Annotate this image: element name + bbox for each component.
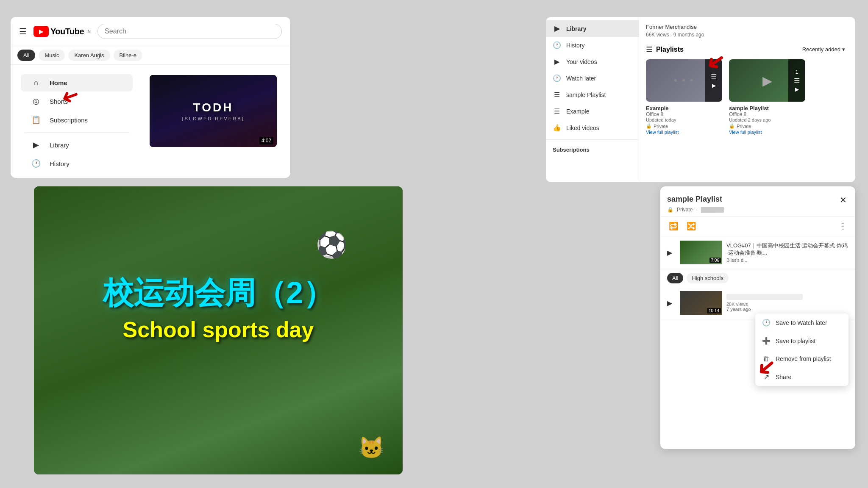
channel-name: Former Merchandise: [646, 24, 849, 30]
playlist-overlay-icon: ☰: [711, 73, 717, 81]
close-button[interactable]: ✕: [838, 193, 849, 207]
playlist-panel-meta: 🔒 Private · ████ 1/1: [667, 207, 849, 213]
video-title-2: [726, 294, 803, 300]
youtube-logo-icon: [33, 26, 49, 37]
soccer-ball-decoration: ⚽: [316, 230, 348, 260]
sort-button[interactable]: Recently added ▾: [799, 44, 849, 54]
playlist-panel-title: sample Playlist: [667, 195, 722, 204]
lib-item-history[interactable]: 🕐 History: [546, 37, 639, 53]
bottom-video-background: 校运动会周（2） School sports day ⚽ 🐱: [34, 186, 403, 474]
view-full-playlist-link-sample[interactable]: View full playlist: [729, 130, 805, 135]
playlist-privacy-sample: 🔒 Private: [729, 123, 805, 129]
home-label: Home: [50, 79, 67, 86]
meta-separator: ·: [696, 207, 697, 213]
filter-bar: All Music Karen Auğis Bilhe-e: [11, 46, 290, 65]
search-input[interactable]: [97, 24, 282, 39]
sidebar-nav: ⌂ Home ◎ Shorts 📋 Subscriptions ▶ Librar…: [17, 70, 136, 178]
loading-dots: • • •: [674, 75, 695, 86]
chinese-title: 校运动会周（2）: [103, 273, 334, 313]
youtube-logo[interactable]: YouTubeIN: [33, 26, 91, 37]
filter-high-schools[interactable]: High schools: [687, 273, 728, 283]
sidebar-item-home[interactable]: ⌂ Home: [21, 74, 133, 92]
playlist-thumb-sample: ▶ 1 ☰ ▶: [729, 59, 805, 102]
lib-item-library[interactable]: ▶ Library: [546, 20, 639, 37]
subscriptions-section-title: Subscriptions: [546, 143, 639, 156]
playlist-card-sample[interactable]: ▶ 1 ☰ ▶ sample Playlist Office 8 Updated…: [729, 59, 805, 135]
playlist-video-item-1[interactable]: ▶ 7:06 VLOG#07｜中国高中校园生活·运动会开幕式·炸鸡·运动会准备·…: [660, 236, 855, 269]
video-age-2: 7 years ago: [726, 307, 849, 312]
library-label: Library: [50, 141, 69, 149]
playlist-channel-example: Office 8: [646, 111, 722, 117]
lock-icon: 🔒: [646, 123, 652, 129]
sidebar-item-library[interactable]: ▶ Library: [21, 136, 133, 154]
playlist-card-example[interactable]: • • • ☰ ▶ Example Office 8 Updated today…: [646, 59, 722, 135]
sidebar-item-shorts[interactable]: ◎ Shorts: [21, 92, 133, 110]
app-header: ☰ YouTubeIN: [11, 17, 290, 46]
filter-chip-music[interactable]: Music: [39, 50, 65, 61]
lib-history-icon: 🕐: [553, 41, 561, 49]
hamburger-menu[interactable]: ☰: [19, 26, 27, 36]
context-menu-item-share[interactable]: ↗ Share: [755, 368, 849, 386]
home-icon: ⌂: [31, 78, 41, 87]
share-icon: ↗: [762, 373, 771, 381]
video-text-overlay: 校运动会周（2） School sports day: [103, 273, 334, 342]
context-menu-item-remove[interactable]: 🗑 Remove from playlist: [755, 350, 849, 368]
history-icon: 🕐: [31, 159, 41, 168]
watch-later-label: Save to Watch later: [776, 319, 827, 326]
channel-views: 66K views: [646, 32, 669, 38]
playlist-title-sample: sample Playlist: [729, 105, 805, 111]
blurred-info: ████ 1/1: [701, 207, 724, 213]
play-overlay-icon: ▶: [712, 83, 716, 89]
lib-library-icon: ▶: [553, 25, 561, 33]
your-videos-icon: ▶: [31, 177, 41, 178]
lib-watch-later-label: Watch later: [566, 75, 596, 82]
playlist-updated-sample: Updated 2 days ago: [729, 117, 805, 122]
lib-item-liked[interactable]: 👍 Liked videos: [546, 119, 639, 136]
chevron-down-icon: ▾: [842, 46, 845, 53]
lib-your-videos-label: Your videos: [566, 58, 597, 65]
lib-history-label: History: [566, 42, 585, 49]
channel-meta: 66K views · 9 months ago: [646, 32, 849, 38]
lib-item-example[interactable]: ☰ Example: [546, 103, 639, 119]
video-info-2: 28K views 7 years ago: [726, 294, 849, 312]
subscriptions-label: Subscriptions: [50, 116, 88, 124]
view-full-playlist-link-example[interactable]: View full playlist: [646, 130, 722, 135]
lib-item-watch-later[interactable]: 🕐 Watch later: [546, 70, 639, 86]
filter-chip-karen[interactable]: Karen Auğis: [68, 50, 110, 61]
play-overlay-icon-2: ▶: [795, 86, 799, 92]
youtube-logo-text: YouTube: [50, 27, 84, 36]
playlist-title-example: Example: [646, 105, 722, 111]
play-icon: ▶: [667, 249, 676, 257]
lib-liked-icon: 👍: [553, 124, 561, 132]
history-label: History: [50, 160, 70, 167]
playlist-channel-sample: Office 8: [729, 111, 805, 117]
repeat-button[interactable]: 🔁: [667, 220, 680, 233]
lib-item-your-videos[interactable]: ▶ Your videos: [546, 53, 639, 70]
playlists-grid: • • • ☰ ▶ Example Office 8 Updated today…: [646, 59, 849, 135]
cartoon-character: 🐱: [358, 435, 384, 460]
context-menu-item-watch-later[interactable]: 🕐 Save to Watch later: [755, 313, 849, 332]
shuffle-button[interactable]: 🔀: [685, 220, 698, 233]
filter-chip-bilhe[interactable]: Bilhe-e: [114, 50, 142, 61]
video-channel-1: Bliss's d...: [726, 258, 849, 263]
sidebar-item-subscriptions[interactable]: 📋 Subscriptions: [21, 111, 133, 129]
lib-sample-icon: ☰: [553, 91, 561, 99]
filter-all[interactable]: All: [667, 273, 683, 283]
video-title: TODH: [182, 101, 245, 114]
video-subtitle: (SLOWED·REVERB): [182, 116, 245, 121]
sidebar-item-history[interactable]: 🕐 History: [21, 155, 133, 172]
lib-watch-later-icon: 🕐: [553, 74, 561, 82]
remove-label: Remove from playlist: [776, 355, 831, 362]
featured-video-thumbnail[interactable]: TODH (SLOWED·REVERB) 4:02: [150, 75, 277, 147]
video-duration-1: 7:06: [709, 258, 721, 263]
sidebar-item-your-videos[interactable]: ▶ Your videos: [21, 173, 133, 178]
playlist-header-row: sample Playlist ✕: [667, 193, 849, 207]
save-playlist-label: Save to playlist: [776, 338, 815, 344]
filter-chip-all[interactable]: All: [17, 50, 35, 61]
playlists-icon: ☰: [646, 45, 653, 54]
playlist-overlay-sample: 1 ☰ ▶: [788, 59, 805, 102]
context-menu-item-save-playlist[interactable]: ➕ Save to playlist: [755, 332, 849, 350]
bottom-filter-bar: All High schools: [660, 269, 855, 287]
lib-item-sample-playlist[interactable]: ☰ sample Playlist: [546, 86, 639, 103]
more-options-button[interactable]: ⋮: [837, 220, 849, 233]
